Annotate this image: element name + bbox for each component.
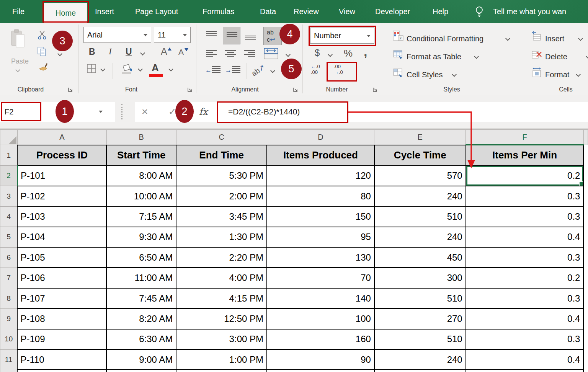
- tab-data[interactable]: Data: [260, 0, 276, 23]
- number-format-combo[interactable]: Number: [310, 28, 374, 44]
- select-all-button[interactable]: [0, 130, 18, 145]
- cell-D5[interactable]: 95: [267, 227, 374, 247]
- copy-icon[interactable]: [38, 47, 47, 58]
- header-cell-F1[interactable]: Items Per Min: [466, 145, 584, 166]
- row-header-7[interactable]: 7: [0, 268, 18, 288]
- insert-function-icon[interactable]: fx: [199, 102, 207, 122]
- font-dialog-launcher-icon[interactable]: [187, 86, 193, 94]
- format-cells-button[interactable]: Format: [545, 70, 569, 79]
- orientation-chevron[interactable]: [270, 68, 275, 73]
- cell-D8[interactable]: 140: [267, 288, 374, 308]
- insert-cells-chevron[interactable]: [578, 36, 583, 41]
- column-header-partial[interactable]: [583, 130, 588, 145]
- cell-D2[interactable]: 120: [267, 166, 374, 186]
- align-right-button[interactable]: [244, 49, 255, 57]
- delete-cells-chevron[interactable]: [586, 54, 588, 59]
- cell-B7[interactable]: 11:00 AM: [106, 268, 176, 288]
- header-cell-B1[interactable]: Start Time: [106, 145, 176, 166]
- font-name-combo[interactable]: Arial: [83, 27, 151, 43]
- tab-developer[interactable]: Developer: [375, 0, 410, 23]
- insert-cells-button[interactable]: Insert: [545, 34, 564, 43]
- tab-home[interactable]: Home: [44, 3, 87, 23]
- cell-D4[interactable]: 150: [267, 206, 374, 227]
- cell-B9[interactable]: 8:20 AM: [106, 308, 176, 329]
- cell-F8[interactable]: 0.3: [466, 288, 584, 308]
- row-header-9[interactable]: 9: [0, 308, 18, 329]
- cell-F3[interactable]: 0.3: [466, 186, 584, 206]
- comma-style-button[interactable]: ,: [364, 44, 367, 59]
- font-size-combo[interactable]: 11: [154, 27, 191, 43]
- paste-button[interactable]: Paste: [11, 57, 29, 65]
- cell-C9[interactable]: 12:50 PM: [176, 308, 267, 329]
- cell-D3[interactable]: 80: [267, 186, 374, 206]
- format-cells-chevron[interactable]: [576, 72, 581, 77]
- wrap-text-button[interactable]: ab c↩: [263, 27, 282, 45]
- format-painter-icon[interactable]: [38, 63, 48, 74]
- clipboard-chevron[interactable]: [57, 51, 62, 56]
- cell-D6[interactable]: 130: [267, 247, 374, 268]
- cell-A5[interactable]: P-104: [17, 227, 106, 247]
- bold-button[interactable]: B: [89, 47, 95, 57]
- increase-decimal-button[interactable]: ←.0.00: [311, 64, 320, 75]
- cell-E6[interactable]: 450: [374, 247, 466, 268]
- cell-A4[interactable]: P-103: [17, 206, 106, 227]
- cell-E4[interactable]: 510: [374, 206, 466, 227]
- format-as-table-chevron[interactable]: [474, 54, 479, 59]
- cell-C10[interactable]: 3:00 PM: [176, 329, 267, 349]
- conditional-formatting-chevron[interactable]: [505, 36, 510, 41]
- cell-C8[interactable]: 4:15 PM: [176, 288, 267, 308]
- clipboard-dialog-launcher-icon[interactable]: [67, 86, 74, 94]
- accounting-format-button[interactable]: $: [315, 47, 320, 58]
- merge-center-button[interactable]: [263, 47, 279, 61]
- cell-F9[interactable]: 0.4: [466, 308, 584, 329]
- cell-A10[interactable]: P-109: [17, 329, 106, 349]
- align-top-button[interactable]: [206, 30, 217, 36]
- cell-F4[interactable]: 0.3: [466, 206, 584, 227]
- cell-F5[interactable]: 0.4: [466, 227, 584, 247]
- cell-B2[interactable]: 8:00 AM: [106, 166, 176, 186]
- formula-input[interactable]: =D2/((C2-B2)*1440): [228, 102, 300, 122]
- cell-E10[interactable]: 510: [374, 329, 466, 349]
- cell-B6[interactable]: 6:50 AM: [106, 247, 176, 268]
- cell-D9[interactable]: 100: [267, 308, 374, 329]
- paste-icon[interactable]: [11, 29, 25, 50]
- column-header-D[interactable]: D: [267, 130, 374, 145]
- cell-A8[interactable]: P-107: [17, 288, 106, 308]
- header-cell-C1[interactable]: End Time: [176, 145, 267, 166]
- fill-color-button[interactable]: [121, 63, 135, 76]
- underline-chevron[interactable]: [140, 51, 145, 55]
- name-box[interactable]: F2: [0, 102, 115, 122]
- borders-button[interactable]: [87, 64, 96, 75]
- cell-C2[interactable]: 5:30 PM: [176, 166, 267, 186]
- row-header-11[interactable]: 11: [0, 349, 18, 370]
- cell-D7[interactable]: 70: [267, 268, 374, 288]
- row-header-5[interactable]: 5: [0, 227, 18, 247]
- tell-me-search[interactable]: Tell me what you wan: [493, 0, 566, 23]
- cell-styles-chevron[interactable]: [452, 72, 457, 77]
- number-dialog-launcher-icon[interactable]: [372, 86, 378, 94]
- cell-F10[interactable]: 0.3: [466, 329, 584, 349]
- cell-B4[interactable]: 7:15 AM: [106, 206, 176, 227]
- cell-A11[interactable]: P-110: [17, 349, 106, 370]
- align-left-button[interactable]: [206, 49, 217, 57]
- align-middle-button[interactable]: [223, 27, 240, 44]
- align-bottom-button[interactable]: [245, 34, 256, 40]
- header-cell-A1[interactable]: Process ID: [17, 145, 106, 166]
- cell-E5[interactable]: 240: [374, 227, 466, 247]
- selected-cell-F2[interactable]: 0.2: [466, 166, 584, 186]
- cell-C4[interactable]: 3:45 PM: [176, 206, 267, 227]
- increase-font-size-button[interactable]: A: [161, 46, 167, 57]
- cell-B5[interactable]: 9:30 AM: [106, 227, 176, 247]
- row-header-2[interactable]: 2: [0, 166, 18, 186]
- paste-dropdown-chevron[interactable]: [15, 67, 20, 72]
- italic-button[interactable]: I: [109, 47, 112, 57]
- row-header-4[interactable]: 4: [0, 206, 18, 227]
- enter-icon[interactable]: ✓: [168, 102, 176, 122]
- accounting-chevron[interactable]: [328, 52, 333, 57]
- percent-style-button[interactable]: %: [344, 47, 353, 59]
- number-format-dropdown-icon[interactable]: [367, 35, 371, 37]
- header-cell-D1[interactable]: Items Produced: [267, 145, 374, 166]
- cell-E8[interactable]: 510: [374, 288, 466, 308]
- row-header-8[interactable]: 8: [0, 288, 18, 308]
- cell-D10[interactable]: 160: [267, 329, 374, 349]
